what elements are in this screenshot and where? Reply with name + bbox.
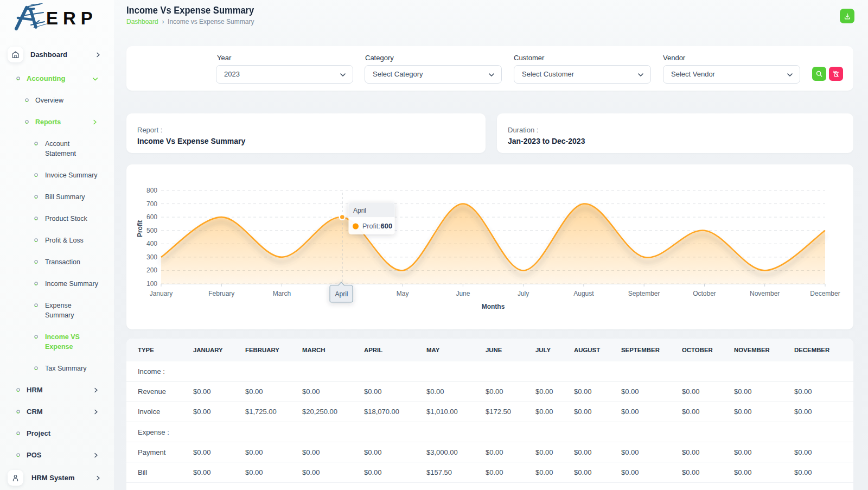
svg-text:Profit: Profit: [136, 220, 144, 237]
svg-text:August: August: [573, 290, 594, 297]
svg-text:July: July: [518, 290, 529, 297]
svg-text:September: September: [628, 290, 660, 297]
svg-text:ERP: ERP: [46, 8, 98, 28]
svg-text:December: December: [810, 290, 840, 297]
svg-text:May: May: [397, 290, 409, 297]
svg-text:600: 600: [381, 222, 393, 230]
svg-text:800: 800: [146, 187, 157, 194]
svg-text:700: 700: [146, 200, 157, 208]
svg-text:February: February: [208, 290, 234, 297]
svg-text:November: November: [750, 290, 780, 297]
svg-text:200: 200: [146, 266, 157, 274]
svg-text:April: April: [353, 207, 366, 214]
svg-text:June: June: [456, 290, 470, 297]
svg-text:500: 500: [146, 227, 157, 234]
svg-text:100: 100: [146, 280, 157, 288]
svg-text:March: March: [273, 290, 291, 297]
svg-text:600: 600: [146, 213, 157, 221]
svg-text:April: April: [335, 290, 348, 298]
svg-text:Profit:: Profit:: [362, 222, 380, 230]
svg-text:January: January: [150, 290, 173, 297]
svg-text:October: October: [693, 290, 716, 297]
svg-text:400: 400: [146, 240, 157, 247]
svg-text:Months: Months: [482, 303, 505, 310]
svg-text:300: 300: [146, 253, 157, 261]
